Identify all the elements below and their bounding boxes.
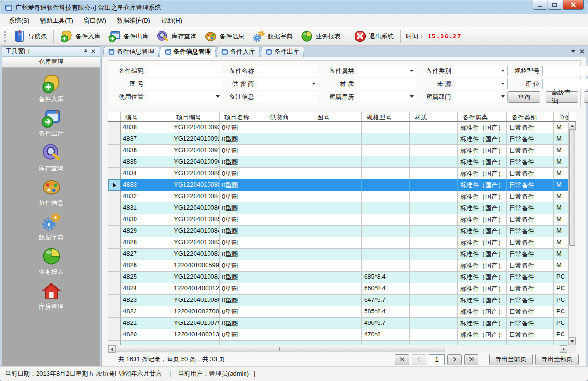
table-row[interactable]: 4832YG122040100870型圈标准件（国产）日常备件M bbox=[108, 191, 568, 202]
toolbar-item-navbar[interactable]: 导航条 bbox=[9, 28, 51, 44]
toolbar-item-parts-info[interactable]: 备件信息 bbox=[200, 28, 248, 44]
table-row[interactable]: 4828YG122040100830型圈标准件（国产）日常备件M bbox=[108, 237, 568, 249]
table-row[interactable]: 482012204014000130型圈470*8标准件（国产）日常备件PC bbox=[108, 329, 568, 341]
column-header-spec[interactable]: 规格型号 bbox=[362, 112, 410, 121]
vertical-scrollbar[interactable] bbox=[568, 112, 576, 345]
table-row[interactable]: 4834YG122040100890型圈标准件（国产）日常备件M bbox=[108, 168, 568, 179]
location-select[interactable] bbox=[542, 79, 588, 89]
export-current-page-button[interactable]: 导出当前页 bbox=[489, 354, 533, 365]
toolbar-item-stock-out[interactable]: 备件出库 bbox=[104, 28, 152, 44]
toolbar-item-stock-in[interactable]: 备件入库 bbox=[56, 28, 104, 44]
sidebar-group-title[interactable]: 仓库管理 bbox=[2, 57, 100, 68]
row-selector[interactable] bbox=[108, 249, 121, 260]
table-row[interactable]: 4836YG122040100910型圈标准件（国产）日常备件M bbox=[108, 145, 568, 156]
row-selector[interactable] bbox=[108, 237, 121, 248]
menu-item[interactable]: 辅助工具(T) bbox=[35, 14, 78, 27]
menu-item[interactable]: 窗口(W) bbox=[78, 14, 111, 27]
sidebar-item-stock-out[interactable]: 备件出库 bbox=[23, 108, 80, 138]
scroll-down-button[interactable] bbox=[569, 337, 576, 345]
table-row[interactable]: 4837YG122040100920型圈标准件（国产）日常备件M bbox=[108, 133, 568, 145]
row-selector[interactable] bbox=[108, 226, 121, 237]
query-button[interactable]: 查询 bbox=[508, 91, 540, 103]
figure-no-input[interactable] bbox=[147, 79, 222, 89]
row-selector[interactable] bbox=[108, 179, 121, 190]
tool-window-close-button[interactable] bbox=[89, 48, 97, 55]
spec-model-select[interactable] bbox=[542, 66, 588, 76]
vertical-scroll-thumb[interactable] bbox=[569, 130, 575, 246]
row-selector[interactable] bbox=[108, 295, 121, 306]
tab-3[interactable]: 备件入库 bbox=[216, 47, 260, 57]
pin-button[interactable] bbox=[82, 48, 89, 55]
column-header-no[interactable]: 编号 bbox=[121, 112, 172, 121]
source-select[interactable] bbox=[454, 79, 508, 89]
row-selector[interactable] bbox=[108, 202, 121, 214]
next-page-button[interactable] bbox=[447, 354, 462, 365]
column-header-category[interactable]: 备件属类 bbox=[458, 112, 507, 121]
toolbar-item-inventory-query[interactable]: 库存查询 bbox=[152, 28, 200, 44]
sidebar-item-stock-in[interactable]: 备件入库 bbox=[23, 73, 80, 104]
column-header-project-code[interactable]: 项目编号 bbox=[172, 112, 220, 121]
tab-4[interactable]: 备件出库 bbox=[260, 47, 305, 57]
toolbar-item-business-report[interactable]: 业务报表 bbox=[296, 28, 344, 44]
prev-page-button[interactable] bbox=[412, 354, 426, 365]
minimize-button[interactable] bbox=[533, 0, 547, 10]
table-row[interactable]: 4831YG122040100860型圈标准件（国产）日常备件M bbox=[108, 202, 568, 214]
export-all-pages-button[interactable]: 导出全部页 bbox=[535, 354, 579, 365]
department-select[interactable] bbox=[454, 92, 508, 102]
row-selector[interactable] bbox=[108, 306, 121, 317]
sidebar-item-warehouse-mgmt[interactable]: 库房管理 bbox=[23, 281, 80, 311]
tab-close-button[interactable] bbox=[577, 47, 586, 56]
table-row[interactable]: 482412204014000120型圈660*8.4标准件（国产）日常备件PC bbox=[108, 283, 568, 295]
table-row[interactable]: 4825YG122040100810型圈685*8.4标准件（国产）日常备件PC bbox=[108, 272, 568, 283]
column-header-figure-no[interactable]: 图号 bbox=[312, 112, 362, 121]
menu-item[interactable]: 数据维护(D) bbox=[111, 14, 156, 27]
part-type-select[interactable] bbox=[454, 66, 508, 76]
maximize-button[interactable] bbox=[548, 0, 562, 10]
material-input[interactable] bbox=[357, 79, 416, 89]
column-header-unit[interactable]: 单位 bbox=[554, 112, 568, 121]
scroll-left-button[interactable] bbox=[108, 345, 116, 353]
table-row[interactable]: 482612204010005990型圈标准件（国产）日常备件M bbox=[108, 260, 568, 272]
use-position-select[interactable] bbox=[147, 92, 222, 102]
table-row[interactable]: 4829YG122040100840型圈标准件（国产）日常备件M bbox=[108, 226, 568, 237]
page-number-input[interactable] bbox=[429, 354, 445, 365]
table-row[interactable]: 4830YG122040100850型圈标准件（国产）日常备件M bbox=[108, 214, 568, 226]
row-selector[interactable] bbox=[108, 272, 121, 283]
scroll-up-button[interactable] bbox=[569, 122, 576, 130]
column-header-type[interactable]: 备件类别 bbox=[507, 112, 554, 121]
sidebar-item-data-dictionary[interactable]: 数据字典 bbox=[23, 212, 80, 242]
scroll-right-button[interactable] bbox=[560, 345, 567, 353]
table-row[interactable]: 4821YG122040100790型圈490*5.7标准件（国产）日常备件PC bbox=[108, 318, 568, 329]
sidebar-item-business-report[interactable]: 业务报表 bbox=[23, 246, 80, 276]
column-header-supplier[interactable]: 供货商 bbox=[265, 112, 312, 121]
horizontal-scrollbar[interactable] bbox=[108, 345, 576, 353]
toolbar-grip[interactable] bbox=[4, 31, 6, 42]
tab-list-button[interactable] bbox=[569, 47, 577, 56]
row-selector[interactable] bbox=[108, 156, 121, 167]
horizontal-scroll-thumb[interactable] bbox=[117, 346, 445, 352]
first-page-button[interactable] bbox=[395, 354, 409, 365]
row-selector[interactable] bbox=[108, 318, 121, 329]
row-selector[interactable] bbox=[108, 260, 121, 271]
close-button[interactable] bbox=[563, 0, 584, 10]
table-row[interactable]: 482212204010027000型圈585*8.4标准件（国产）日常备件PC bbox=[108, 306, 568, 318]
tab-2[interactable]: 备件信息管理 bbox=[159, 46, 216, 57]
part-code-input[interactable] bbox=[147, 66, 222, 76]
table-row[interactable]: 4838YG122040100930型圈标准件（国产）日常备件M bbox=[108, 122, 568, 133]
last-page-button[interactable] bbox=[464, 354, 478, 365]
row-selector[interactable] bbox=[108, 214, 121, 225]
toolbar-item-exit-system[interactable]: 退出系统 bbox=[350, 28, 398, 44]
row-selector[interactable] bbox=[108, 283, 121, 294]
row-selector[interactable] bbox=[108, 133, 121, 144]
advanced-query-button[interactable]: 高级查询 bbox=[546, 91, 578, 103]
sidebar-item-inventory-query[interactable]: 库存查询 bbox=[23, 143, 80, 173]
menu-item[interactable]: 系统(S) bbox=[3, 14, 35, 27]
remark-input[interactable] bbox=[257, 92, 318, 102]
table-row[interactable]: 4833YG122040100880型圈标准件（国产）日常备件M bbox=[108, 179, 568, 191]
toolbar-item-data-dictionary[interactable]: 数据字典 bbox=[248, 28, 296, 44]
supplier-select[interactable] bbox=[257, 79, 318, 89]
part-name-input[interactable] bbox=[257, 66, 318, 76]
table-row[interactable]: 4827YG122040100820型圈标准件（国产）日常备件M bbox=[108, 249, 568, 260]
part-category-select[interactable] bbox=[357, 66, 416, 76]
row-selector[interactable] bbox=[108, 145, 121, 156]
